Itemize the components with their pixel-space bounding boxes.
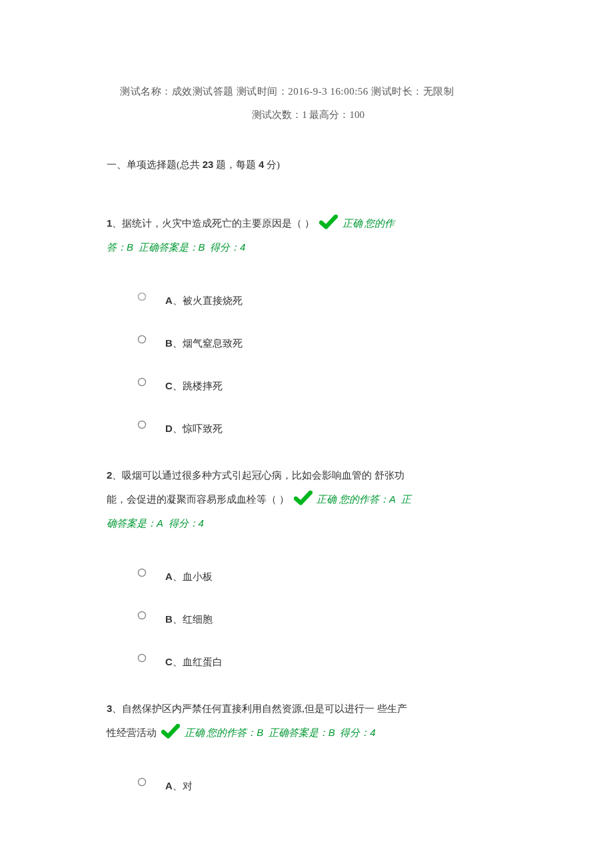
option-letter: B xyxy=(165,613,173,625)
question-3-score: 4 xyxy=(370,727,375,738)
question-3-your-answer: B xyxy=(257,727,263,738)
test-header-line-1: 测试名称：成效测试答题 测试时间：2016-9-3 16:00:56 测试时长：… xyxy=(107,85,510,98)
test-time-label: 测试时间： xyxy=(237,86,289,97)
svg-point-3 xyxy=(139,379,146,386)
option-text: 、跳楼摔死 xyxy=(173,381,223,391)
question-3-correct-answer: B xyxy=(328,727,335,738)
question-2-body: 2、吸烟可以通过很多种方式引起冠心病，比如会影响血管的 舒张功能，会促进的凝聚而… xyxy=(107,463,413,535)
option-letter: D xyxy=(165,423,173,434)
radio-icon[interactable] xyxy=(137,653,147,663)
question-3-answer-line: 您的作答：B 正确答案是：B 得分：4 xyxy=(207,727,375,738)
test-header-line-2: 测试次数：1 最高分：100 xyxy=(107,109,510,121)
page-content: 测试名称：成效测试答题 测试时间：2016-9-3 16:00:56 测试时长：… xyxy=(0,0,613,861)
svg-point-8 xyxy=(139,779,146,786)
test-count-label: 测试次数： xyxy=(252,109,302,120)
question-3-options: A、对 xyxy=(137,770,510,798)
option-text: 、烟气窒息致死 xyxy=(173,338,243,349)
question-3: 3、自然保护区内严禁任何直接利用自然资源,但是可以进行一 些生产性经营活动 正确… xyxy=(107,697,510,798)
option-row: A、被火直接烧死 xyxy=(137,285,510,313)
svg-point-2 xyxy=(139,336,146,343)
svg-point-1 xyxy=(139,293,146,301)
option-text: 、被火直接烧死 xyxy=(173,295,243,306)
option-row: A、对 xyxy=(137,770,510,798)
question-1-your-answer: B xyxy=(127,241,133,253)
radio-icon[interactable] xyxy=(137,777,147,787)
checkmark-icon xyxy=(161,724,180,739)
test-name-label: 测试名称： xyxy=(120,86,172,97)
radio-icon[interactable] xyxy=(137,377,147,387)
svg-point-5 xyxy=(139,569,146,577)
section-mid: 题，每题 xyxy=(213,159,259,170)
option-row: D、惊吓致死 xyxy=(137,413,510,441)
radio-icon[interactable] xyxy=(137,335,147,344)
correct-answer-label: 正确答案是： xyxy=(139,242,199,253)
option-letter: C xyxy=(165,380,173,391)
test-count-value: 1 xyxy=(302,109,307,120)
question-1-text: 、据统计，火灾中造成死亡的主要原因是（ ） xyxy=(112,218,314,229)
section-prefix: 一、单项选择题(总共 xyxy=(107,159,203,170)
option-text: 、对 xyxy=(173,781,193,791)
question-3-text-a: 、自然保护区内严禁任何直接利用自然资源,但是可以进行一 xyxy=(112,703,374,714)
option-letter: A xyxy=(165,295,173,306)
question-3-body: 3、自然保护区内严禁任何直接利用自然资源,但是可以进行一 些生产性经营活动 正确… xyxy=(107,697,413,745)
section-suffix: 分) xyxy=(264,159,280,170)
test-max-label: 最高分： xyxy=(309,109,349,120)
option-row: A、血小板 xyxy=(137,561,510,589)
your-answer-label: 您的作答： xyxy=(339,494,389,505)
checkmark-icon xyxy=(294,491,312,505)
question-2-text-a: 、吸烟可以通过很多种方式引起冠心病，比如会影响血管的 xyxy=(112,470,372,481)
your-answer-label: 您的作答： xyxy=(207,727,257,738)
option-row: B、红细胞 xyxy=(137,603,510,631)
question-1-correct-answer: B xyxy=(199,241,205,253)
test-duration-value: 无限制 xyxy=(423,86,454,97)
option-letter: A xyxy=(165,780,173,791)
option-text: 、血小板 xyxy=(173,571,213,582)
option-row: C、血红蛋白 xyxy=(137,646,510,674)
option-text: 、惊吓致死 xyxy=(173,423,223,434)
svg-point-6 xyxy=(139,612,146,619)
option-text: 、血红蛋白 xyxy=(173,657,223,667)
checkmark-icon xyxy=(319,215,338,229)
test-time-value: 2016-9-3 16:00:56 xyxy=(288,86,368,97)
option-row: B、烟气窒息致死 xyxy=(137,327,510,355)
question-1-score: 4 xyxy=(240,241,245,253)
option-letter: A xyxy=(165,571,173,582)
test-name-value: 成效测试答题 xyxy=(172,86,234,97)
question-2: 2、吸烟可以通过很多种方式引起冠心病，比如会影响血管的 舒张功能，会促进的凝聚而… xyxy=(107,463,510,674)
question-1: 1、据统计，火灾中造成死亡的主要原因是（ ） 正确 您的作答：B 正确答案是：B… xyxy=(107,211,510,441)
score-label: 得分： xyxy=(169,518,199,529)
svg-point-7 xyxy=(139,655,146,662)
option-row: C、跳楼摔死 xyxy=(137,370,510,398)
option-letter: B xyxy=(165,337,173,349)
option-letter: C xyxy=(165,656,173,667)
svg-point-4 xyxy=(139,421,146,429)
question-1-options: A、被火直接烧死 B、烟气窒息致死 C、跳楼摔死 D、惊吓致死 xyxy=(137,285,510,441)
section-total: 23 xyxy=(203,159,214,170)
test-max-value: 100 xyxy=(349,109,364,120)
score-label: 得分： xyxy=(340,727,370,738)
radio-icon[interactable] xyxy=(137,292,147,301)
option-text: 、红细胞 xyxy=(173,614,213,625)
radio-icon[interactable] xyxy=(137,568,147,577)
section-title: 一、单项选择题(总共 23 题，每题 4 分) xyxy=(107,159,510,171)
status-correct: 正确 xyxy=(185,727,205,738)
status-correct: 正确 xyxy=(342,218,362,229)
test-duration-label: 测试时长： xyxy=(371,86,423,97)
radio-icon[interactable] xyxy=(137,420,147,429)
question-2-your-answer: A xyxy=(389,493,396,505)
radio-icon[interactable] xyxy=(137,611,147,620)
score-label: 得分： xyxy=(210,242,240,253)
question-2-options: A、血小板 B、红细胞 C、血红蛋白 xyxy=(137,561,510,674)
question-2-score: 4 xyxy=(199,517,204,529)
question-1-body: 1、据统计，火灾中造成死亡的主要原因是（ ） 正确 您的作答：B 正确答案是：B… xyxy=(107,211,413,259)
question-2-correct-answer: A xyxy=(157,517,163,529)
status-correct: 正确 xyxy=(316,494,336,505)
correct-answer-label: 正确答案是： xyxy=(269,727,328,738)
